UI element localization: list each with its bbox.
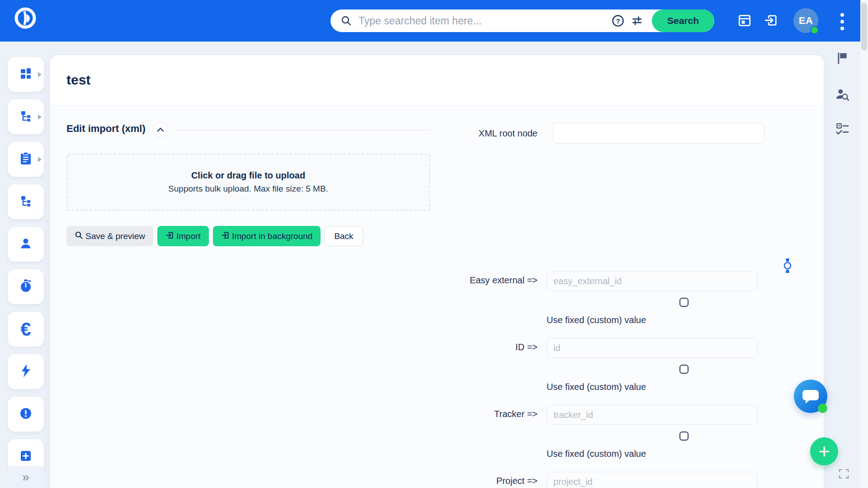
sidebar-collapse-button[interactable]: » xyxy=(8,466,44,488)
sidebar-item-project-tree[interactable] xyxy=(8,99,44,134)
back-button[interactable]: Back xyxy=(325,226,363,246)
user-icon xyxy=(19,237,33,252)
clipboard-icon xyxy=(19,151,33,167)
filter-icon[interactable] xyxy=(627,9,646,32)
dropzone-subtitle: Supports bulk upload. Max file size: 5 M… xyxy=(168,184,328,194)
logout-button[interactable] xyxy=(763,13,778,28)
flag-button[interactable] xyxy=(834,51,850,67)
sidebar-item-finance[interactable]: € xyxy=(8,312,44,347)
search-icon xyxy=(340,9,352,32)
sidebar-item-time-tracking[interactable] xyxy=(8,269,44,304)
search-icon xyxy=(75,231,83,242)
sidebar-item-quick-actions[interactable] xyxy=(8,354,44,389)
mapping-row: ID => Use fixed (custom) value xyxy=(50,338,824,406)
lightning-icon xyxy=(19,364,32,380)
search-input[interactable] xyxy=(359,15,609,27)
chat-widget-button[interactable] xyxy=(794,380,827,413)
section-title: Edit import (xml) xyxy=(66,123,146,135)
mapping-row-input[interactable] xyxy=(547,338,758,358)
add-fab-button[interactable]: + xyxy=(810,437,838,465)
sidebar-item-users[interactable] xyxy=(8,227,44,262)
main-content-card: test Edit import (xml) Click or drag fil… xyxy=(50,55,824,488)
chevron-up-icon xyxy=(157,127,164,133)
top-header: ? Search EA xyxy=(0,0,860,42)
mapping-row-label: Project => xyxy=(367,476,538,486)
use-fixed-value-label: Use fixed (custom) value xyxy=(547,315,646,325)
tree-icon xyxy=(19,194,33,210)
sidebar-item-tree[interactable] xyxy=(8,184,44,219)
scrollbar-thumb[interactable] xyxy=(861,3,867,51)
svg-text:?: ? xyxy=(616,17,620,25)
add-box-icon xyxy=(19,449,33,464)
sidebar-item-tasks[interactable] xyxy=(8,142,44,177)
plus-icon: + xyxy=(818,440,830,462)
easy-project-logo-icon xyxy=(13,25,38,32)
avatar[interactable]: EA xyxy=(793,8,818,33)
user-search-icon xyxy=(835,87,849,103)
calendar-icon xyxy=(737,22,752,29)
page-title: test xyxy=(66,72,90,88)
submenu-arrow-icon xyxy=(38,114,42,120)
mapping-row-input[interactable] xyxy=(547,271,758,291)
mapping-row: Project => xyxy=(50,472,824,488)
fullscreen-icon xyxy=(838,474,849,481)
section-collapse-button[interactable] xyxy=(153,122,168,137)
avatar-initials: EA xyxy=(799,15,813,27)
use-fixed-value-checkbox[interactable] xyxy=(679,298,689,307)
watch-icon[interactable] xyxy=(783,258,793,274)
use-fixed-value-label: Use fixed (custom) value xyxy=(547,449,646,459)
sidebar-item-alerts[interactable] xyxy=(8,397,44,432)
page-scrollbar xyxy=(860,0,868,488)
double-chevron-right-icon: » xyxy=(22,470,29,484)
logout-icon xyxy=(764,22,778,29)
mapping-row-input[interactable] xyxy=(547,472,758,488)
submenu-arrow-icon xyxy=(38,157,42,162)
stopwatch-icon xyxy=(19,279,33,295)
mapping-row-label: Tracker => xyxy=(367,409,538,419)
search-button[interactable]: Search xyxy=(652,9,714,32)
checklist-button[interactable] xyxy=(834,121,850,137)
save-preview-button[interactable]: Save & preview xyxy=(66,226,153,246)
use-fixed-value-checkbox[interactable] xyxy=(679,365,689,374)
use-fixed-value-checkbox[interactable] xyxy=(679,432,689,441)
calendar-button[interactable] xyxy=(737,13,752,28)
app-logo[interactable] xyxy=(12,5,39,32)
project-tree-icon xyxy=(19,109,33,125)
kebab-menu-icon[interactable] xyxy=(839,12,846,32)
euro-icon: € xyxy=(20,320,31,339)
online-status-dot xyxy=(810,26,819,34)
import-background-button[interactable]: Import in background xyxy=(213,226,321,246)
mapping-row-label: ID => xyxy=(367,342,538,352)
action-button-row: Save & preview Import Import in backgrou… xyxy=(66,226,363,246)
import-icon xyxy=(221,231,230,242)
flag-icon xyxy=(836,52,849,66)
sidebar-item-dashboard[interactable] xyxy=(8,57,44,92)
chat-online-dot xyxy=(818,404,827,413)
dashboard-icon xyxy=(19,66,33,82)
xml-root-node-input[interactable] xyxy=(553,123,764,144)
dropzone-title: Click or drag file to upload xyxy=(191,170,305,181)
mapping-row: Easy external => Use fixed (custom) valu… xyxy=(50,271,824,339)
mapping-row: Tracker => Use fixed (custom) value xyxy=(50,405,824,473)
xml-root-node-label: XML root node xyxy=(421,128,538,139)
fullscreen-button[interactable] xyxy=(837,468,850,481)
submenu-arrow-icon xyxy=(38,72,42,77)
import-button[interactable]: Import xyxy=(157,226,209,246)
mapping-row-label: Easy external => xyxy=(367,275,538,286)
file-upload-dropzone[interactable]: Click or drag file to upload Supports bu… xyxy=(66,154,430,211)
mapping-row-input[interactable] xyxy=(547,405,758,425)
import-icon xyxy=(165,231,174,242)
user-search-button[interactable] xyxy=(834,87,850,103)
global-search-bar: ? Search xyxy=(330,9,714,32)
section-divider xyxy=(177,130,430,130)
use-fixed-value-label: Use fixed (custom) value xyxy=(547,382,646,392)
alert-icon xyxy=(19,407,33,422)
help-icon[interactable]: ? xyxy=(609,9,627,32)
checklist-icon xyxy=(835,122,849,137)
